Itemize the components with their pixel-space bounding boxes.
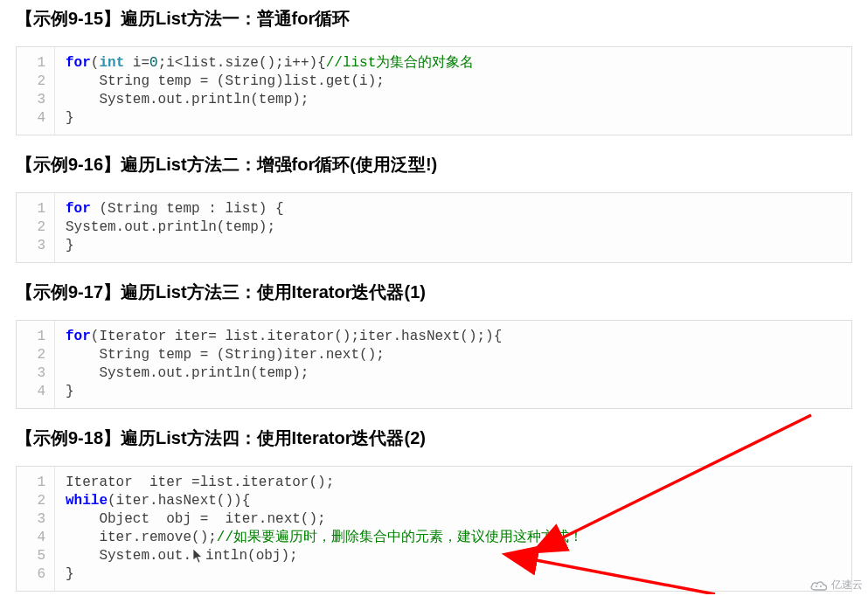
section-title-9-18: 【示例9-18】遍历List方法四：使用Iterator迭代器(2) [0, 419, 868, 457]
code-line: String temp = (String)iter.next(); [66, 346, 841, 364]
code-line: for(Iterator iter= list.iterator();iter.… [66, 328, 841, 346]
code-block-9-18: 1 2 3 4 5 6 Iterator iter =list.iterator… [16, 466, 852, 592]
code-line: String temp = (String)list.get(i); [66, 73, 841, 91]
code-line: System.out.println(temp); [66, 218, 841, 237]
code-line: while(iter.hasNext()){ [66, 492, 841, 510]
code-line: System.out.println(temp); [66, 364, 841, 383]
mouse-cursor-icon [191, 548, 205, 564]
code-content: for (String temp : list) {System.out.pri… [55, 193, 851, 262]
code-line: iter.remove();//如果要遍历时，删除集合中的元素，建议使用这种方式… [66, 529, 841, 547]
code-content: for(int i=0;i<list.size();i++){//list为集合… [55, 47, 851, 135]
document-container: 【示例9-15】遍历List方法一：普通for循环 1 2 3 4 for(in… [0, 0, 868, 592]
code-line: for (String temp : list) { [66, 200, 841, 218]
section-title-9-17: 【示例9-17】遍历List方法三：使用Iterator迭代器(1) [0, 274, 868, 311]
code-line: } [66, 383, 841, 401]
code-content: Iterator iter =list.iterator();while(ite… [55, 467, 851, 591]
code-block-9-17: 1 2 3 4 for(Iterator iter= list.iterator… [16, 320, 852, 409]
code-line: } [66, 237, 841, 255]
code-line: System.out.intln(obj); [66, 547, 841, 565]
watermark: 亿速云 [809, 578, 863, 593]
code-line: } [66, 565, 841, 584]
line-gutter: 1 2 3 4 5 6 [17, 467, 55, 591]
section-title-9-16: 【示例9-16】遍历List方法二：增强for循环(使用泛型!) [0, 146, 868, 184]
watermark-text: 亿速云 [831, 578, 863, 593]
section-title-9-15: 【示例9-15】遍历List方法一：普通for循环 [0, 0, 868, 38]
code-line: Object obj = iter.next(); [66, 510, 841, 529]
line-gutter: 1 2 3 4 [17, 321, 55, 408]
code-line: Iterator iter =list.iterator(); [66, 474, 841, 492]
cloud-icon [809, 579, 829, 592]
svg-point-3 [816, 586, 817, 587]
code-line: System.out.println(temp); [66, 91, 841, 109]
code-content: for(Iterator iter= list.iterator();iter.… [55, 321, 851, 408]
line-gutter: 1 2 3 4 [17, 47, 55, 135]
svg-point-4 [820, 586, 822, 587]
code-block-9-16: 1 2 3 for (String temp : list) {System.o… [16, 192, 852, 263]
code-block-9-15: 1 2 3 4 for(int i=0;i<list.size();i++){/… [16, 46, 852, 135]
code-line: } [66, 109, 841, 128]
code-line: for(int i=0;i<list.size();i++){//list为集合… [66, 54, 841, 73]
line-gutter: 1 2 3 [17, 193, 55, 262]
